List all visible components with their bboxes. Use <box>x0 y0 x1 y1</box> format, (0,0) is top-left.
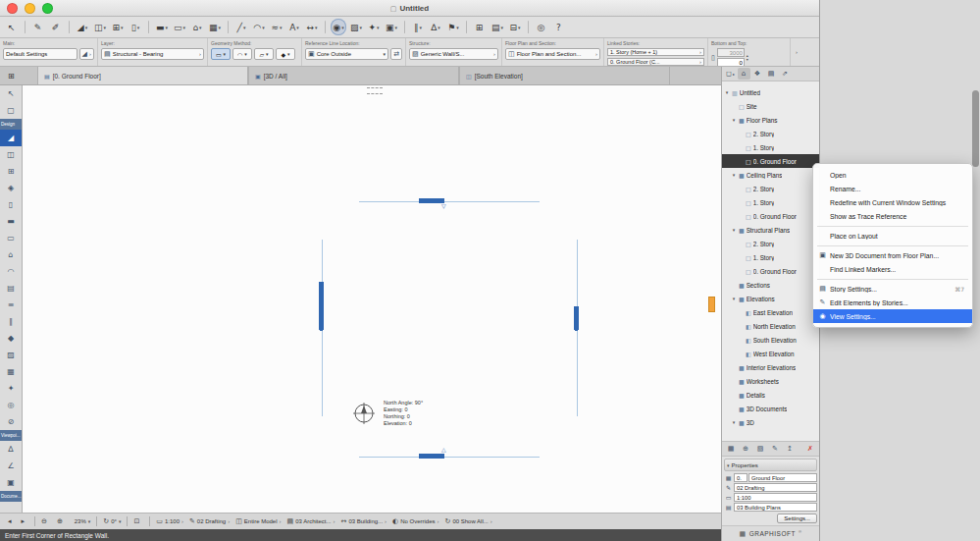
disclosure-icon[interactable]: ▾ <box>731 296 737 301</box>
pick-up-parameters-button[interactable]: ✎ <box>30 19 46 35</box>
view-map-button[interactable]: ❖ <box>751 68 764 80</box>
story-id-field[interactable]: 0. <box>734 473 748 482</box>
camera-tool-button[interactable]: ▣ ▾ <box>384 19 399 35</box>
tab-ground-floor[interactable]: ▤ [0. Ground Floor] <box>37 67 248 84</box>
overrides-control[interactable]: ◐ No Overrides › <box>392 517 438 525</box>
zoom-out-button[interactable]: ⊖ <box>41 517 51 525</box>
beam-tool-button[interactable]: ▬ ▾ <box>154 19 170 35</box>
column-tool[interactable]: ▯ <box>0 196 22 213</box>
dimension-style-control[interactable]: ↔ 03 Building... › <box>341 517 387 525</box>
tree-item[interactable]: □ 0. Ground Floor <box>722 154 819 168</box>
history-back-button[interactable]: ◂ <box>8 517 16 525</box>
arc-tool-button[interactable]: ◠ ▾ <box>251 19 267 35</box>
layer-select[interactable]: ▤ Structural - Bearing › <box>101 48 204 60</box>
zoom-level-control[interactable]: 23% ▾ <box>73 518 91 524</box>
marquee-tool[interactable]: ▢ <box>0 102 22 119</box>
wall-segment-bottom[interactable] <box>419 454 444 459</box>
menu-item[interactable]: Show as Trace Reference <box>813 209 972 223</box>
menu-item[interactable]: Rename... <box>813 182 972 195</box>
tree-item[interactable]: □ 0. Ground Floor <box>722 209 819 223</box>
line-tool-button[interactable]: ╱ ▾ <box>233 19 249 35</box>
layer-combination-control[interactable]: ▤ 03 Architect... › <box>287 517 335 525</box>
organizer-button[interactable]: ⊞ <box>472 19 488 35</box>
wall-settings-button[interactable]: ◢ › <box>79 48 94 60</box>
tree-item[interactable]: ◧ South Elevation <box>722 333 819 347</box>
bottom-link-select[interactable]: 0. Ground Floor (C... › <box>607 58 704 66</box>
tree-item[interactable]: ◧ West Elevation <box>722 347 819 360</box>
menu-item[interactable]: Find Linked Markers... <box>813 262 972 276</box>
tree-item[interactable]: □ Site <box>722 99 819 113</box>
scrollbar-thumb[interactable] <box>972 90 979 167</box>
orientation-control[interactable]: ↻ 0° ▾ <box>103 517 121 525</box>
geometry-curved-button[interactable]: ◠ ▾ <box>232 48 252 60</box>
tree-item[interactable]: ■ Interior Elevations <box>722 360 819 374</box>
tree-item[interactable]: ▾ ■ Structural Plans <box>722 223 819 237</box>
tree-item[interactable]: □ 1. Story <box>722 250 819 264</box>
reference-line-select[interactable]: ▣ Core Outside ▾ <box>305 48 388 60</box>
top-offset-input[interactable] <box>717 48 745 57</box>
default-settings-button[interactable]: Default Settings <box>3 48 77 60</box>
stair-tool[interactable]: ≡ <box>0 297 22 313</box>
text-tool-button[interactable]: A ▾ <box>286 19 302 35</box>
disclosure-icon[interactable]: ▾ <box>731 419 737 425</box>
floor-plan-canvas[interactable]: ▽ △ <box>23 85 721 513</box>
roof-tool[interactable]: ⌂ <box>0 246 22 263</box>
publisher-button[interactable]: ⇗ <box>779 68 792 80</box>
geometry-polygon-button[interactable]: ◆ ▾ <box>276 48 295 60</box>
flip-reference-button[interactable]: ⇄ <box>390 48 402 60</box>
slab-tool[interactable]: ▭ <box>0 230 22 246</box>
project-map-button[interactable]: ⌂ <box>738 68 750 80</box>
tree-item[interactable]: □ 2. Story <box>722 182 819 195</box>
tab-south-elevation[interactable]: ◫ [South Elevation] <box>459 67 670 84</box>
renovation-filter-control[interactable]: ↻ 00 Show All... › <box>445 517 492 525</box>
camera-tool[interactable]: ▣ <box>0 474 22 491</box>
pen-set-control[interactable]: ✎ 02 Drafting › <box>189 517 230 525</box>
menu-item[interactable]: Redefine with Current Window Settings <box>813 195 972 209</box>
menu-item[interactable]: ◉ View Settings... <box>813 309 972 323</box>
mesh-tool-button[interactable]: ▦ ▾ <box>207 19 223 35</box>
scale-control[interactable]: ▭ 1:100 › <box>156 517 183 525</box>
settings-button[interactable]: Settings... <box>777 514 817 523</box>
wall-segment-right[interactable] <box>574 306 579 330</box>
layout-book-button[interactable]: ▤ <box>765 68 778 80</box>
menu-item[interactable]: Place on Layout <box>813 229 972 243</box>
roof-tool-button[interactable]: ⌂ ▾ <box>189 19 205 35</box>
grid-snap-button[interactable]: ⊟ ▾ <box>507 19 523 35</box>
menu-item[interactable]: Open <box>813 168 972 182</box>
top-link-select[interactable]: 1. Story (Home + 1) › <box>607 48 704 56</box>
stepper-icons[interactable]: ▴▾ <box>747 54 748 62</box>
tree-item[interactable]: ▾ ■ Floor Plans <box>722 113 819 127</box>
quick-layers-button[interactable]: ▤ ▾ <box>490 19 505 35</box>
tree-item[interactable]: □ 1. Story <box>722 140 819 154</box>
open-viewpoint-button[interactable]: ▦ <box>725 443 737 455</box>
story-name-field[interactable]: Ground Floor <box>748 473 817 482</box>
edit-item-button[interactable]: ✎ <box>769 443 781 455</box>
tree-item[interactable]: ◧ East Elevation <box>722 305 819 319</box>
teamwork-button[interactable]: ◎ <box>534 19 549 35</box>
section-marker-button[interactable]: ∥ ▾ <box>410 19 426 35</box>
disclosure-icon[interactable]: ▾ <box>731 172 737 178</box>
new-folder-button[interactable]: ▧ <box>754 443 766 455</box>
menu-item[interactable]: ▤ Story Settings... ⌘7 <box>813 282 972 296</box>
delete-item-button[interactable]: ✗ <box>804 443 816 455</box>
tree-item[interactable]: ▾ ■ Ceiling Plans <box>722 168 819 182</box>
window-tool[interactable]: ⊞ <box>0 163 22 180</box>
tree-item[interactable]: □ 0. Ground Floor <box>722 264 819 278</box>
pen-set-field[interactable]: 02 Drafting <box>734 483 817 492</box>
opening-tool[interactable]: ⊘ <box>0 413 22 430</box>
tab-overview-button[interactable]: ⊞ <box>2 69 18 82</box>
infobox-expander-button[interactable]: › <box>794 49 799 55</box>
scale-field[interactable]: 1:100 <box>734 493 817 502</box>
wall-tool-button[interactable]: ◢ ▾ <box>75 19 90 35</box>
edit-handle[interactable] <box>320 328 323 331</box>
arrow-tool-button[interactable]: ↖ <box>4 19 20 35</box>
marker-flag-button[interactable]: ⚑ ▾ <box>445 19 461 35</box>
elevation-marker[interactable] <box>708 297 715 312</box>
geometry-trapezoid-button[interactable]: ▱ ▾ <box>254 48 274 60</box>
window-tool-button[interactable]: ⊞ ▾ <box>110 19 126 35</box>
active-wall-mode-button[interactable]: ◉ ▾ <box>331 19 346 35</box>
layer-combination-field[interactable]: 03 Building Plans <box>734 503 817 512</box>
lamp-tool[interactable]: ◎ <box>0 397 22 413</box>
history-forward-button[interactable]: ▸ <box>22 517 29 525</box>
tree-item[interactable]: □ 2. Story <box>722 237 819 250</box>
